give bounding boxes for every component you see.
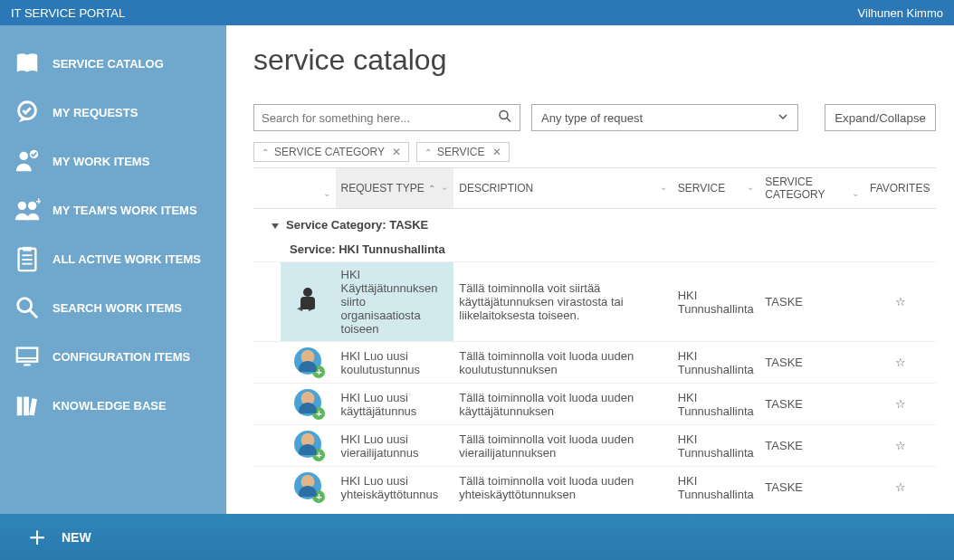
- books-icon: [13, 391, 42, 420]
- svg-line-12: [30, 310, 37, 318]
- monitor-icon: [13, 342, 42, 371]
- svg-point-11: [18, 299, 32, 312]
- group-row-category[interactable]: Service Category: TASKE: [253, 209, 936, 238]
- cell-category: TASKE: [759, 384, 864, 425]
- column-icon[interactable]: ⌄: [281, 168, 335, 209]
- svg-point-1: [20, 152, 28, 160]
- cell-description: Tällä toiminnolla voit luoda uuden yhtei…: [453, 467, 672, 508]
- footer-bar: ＋ NEW: [0, 514, 954, 560]
- cell-request-type: HKI Luo uusi koulutustunnus: [336, 342, 454, 384]
- cell-category: TASKE: [759, 467, 864, 508]
- sidebar-item-label: SERVICE CATALOG: [52, 57, 164, 71]
- sidebar-item-my-team-s-work-items[interactable]: +MY TEAM'S WORK ITEMS: [0, 185, 226, 234]
- group-chip-service-category[interactable]: ⌃SERVICE CATEGORY✕: [253, 142, 409, 162]
- column-request-type[interactable]: REQUEST TYPE⌃⌄: [336, 168, 454, 209]
- user-plus-icon: +: [294, 389, 321, 416]
- svg-rect-18: [29, 398, 37, 415]
- book-icon: [13, 49, 42, 78]
- page-title: service catalog: [253, 43, 936, 77]
- table-row[interactable]: ◄ ►HKI Käyttäjätunnuksen siirto organisa…: [253, 262, 936, 342]
- svg-rect-16: [17, 397, 23, 416]
- group-row-service[interactable]: Service: HKI Tunnushallinta: [253, 237, 936, 262]
- sidebar-item-service-catalog[interactable]: SERVICE CATALOG: [0, 39, 226, 88]
- cell-service: HKI Tunnushallinta: [673, 262, 760, 342]
- favorite-star[interactable]: ☆: [864, 342, 936, 384]
- close-icon[interactable]: ✕: [392, 146, 401, 158]
- svg-rect-17: [24, 397, 29, 416]
- magnifier-icon: [13, 293, 42, 322]
- svg-text:+: +: [35, 196, 41, 206]
- sidebar-item-label: CONFIGURATION ITEMS: [52, 350, 190, 364]
- svg-rect-7: [23, 247, 31, 252]
- cell-request-type: HKI Luo uusi käyttäjätunnus: [336, 384, 454, 425]
- app-title: IT SERVICE PORTAL: [11, 6, 125, 20]
- user-name[interactable]: Vilhunen Kimmo: [858, 6, 943, 20]
- svg-line-20: [507, 119, 510, 122]
- request-type-dropdown-label: Any type of request: [541, 111, 643, 125]
- sidebar-item-label: MY TEAM'S WORK ITEMS: [52, 204, 197, 217]
- clipboard-list-icon: [13, 244, 42, 273]
- new-button[interactable]: NEW: [62, 530, 91, 545]
- cell-request-type: HKI Luo uusi vierailijatunnus: [336, 425, 454, 467]
- sidebar-item-label: KNOWLEDGE BASE: [52, 399, 167, 413]
- sidebar-item-label: MY WORK ITEMS: [52, 155, 149, 168]
- main-content: service catalog Any type of request Expa…: [226, 25, 954, 514]
- expand-collapse-button[interactable]: Expand/Collapse: [825, 104, 936, 131]
- cell-description: Tällä toiminnolla voit luoda uuden viera…: [453, 425, 672, 467]
- sidebar: SERVICE CATALOGMY REQUESTSMY WORK ITEMS+…: [0, 25, 226, 514]
- chip-label: SERVICE: [437, 146, 484, 158]
- group-chip-service[interactable]: ⌃SERVICE✕: [416, 142, 509, 162]
- cell-description: Tällä toiminnolla voit siirtää käyttäjät…: [453, 262, 672, 342]
- cell-category: TASKE: [759, 262, 864, 342]
- close-icon[interactable]: ✕: [492, 146, 501, 158]
- plus-icon[interactable]: ＋: [24, 518, 51, 555]
- check-bubble-icon: [13, 98, 42, 127]
- sidebar-item-all-active-work-items[interactable]: ALL ACTIVE WORK ITEMS: [0, 234, 226, 283]
- cell-request-type: HKI Käyttäjätunnuksen siirto organisaati…: [336, 262, 454, 342]
- favorite-star[interactable]: ☆: [864, 425, 936, 467]
- table-row[interactable]: +HKI Luo uusi yhteiskäyttötunnusTällä to…: [253, 467, 936, 508]
- svg-point-3: [18, 202, 26, 210]
- sidebar-item-my-requests[interactable]: MY REQUESTS: [0, 88, 226, 137]
- request-type-dropdown[interactable]: Any type of request: [531, 104, 798, 131]
- chevron-down-icon: [778, 111, 788, 125]
- team-plus-icon: +: [13, 195, 42, 224]
- user-plus-icon: +: [294, 472, 321, 499]
- app-header: IT SERVICE PORTAL Vilhunen Kimmo: [0, 0, 954, 25]
- search-input[interactable]: [262, 111, 492, 125]
- search-box[interactable]: [253, 104, 520, 131]
- sidebar-item-label: SEARCH WORK ITEMS: [52, 301, 182, 315]
- user-plus-icon: +: [294, 431, 321, 458]
- svg-rect-13: [17, 348, 38, 362]
- chevron-up-icon: ⌃: [425, 147, 432, 157]
- column-service-category[interactable]: SERVICE CATEGORY⌄: [759, 168, 864, 209]
- column-spacer-0: [253, 168, 281, 209]
- table-row[interactable]: +HKI Luo uusi käyttäjätunnusTällä toimin…: [253, 384, 936, 425]
- column-description[interactable]: DESCRIPTION⌄: [453, 168, 672, 209]
- favorite-star[interactable]: ☆: [864, 467, 936, 508]
- sidebar-item-my-work-items[interactable]: MY WORK ITEMS: [0, 137, 226, 185]
- cell-service: HKI Tunnushallinta: [673, 384, 760, 425]
- user-transfer-icon: ◄ ►: [293, 286, 322, 315]
- person-check-icon: [13, 147, 42, 176]
- sidebar-item-search-work-items[interactable]: SEARCH WORK ITEMS: [0, 283, 226, 332]
- favorite-star[interactable]: ☆: [864, 262, 936, 342]
- cell-request-type: HKI Luo uusi yhteiskäyttötunnus: [336, 467, 454, 508]
- sidebar-item-label: MY REQUESTS: [52, 106, 138, 119]
- chevron-up-icon: ⌃: [262, 147, 269, 157]
- search-icon[interactable]: [498, 109, 512, 127]
- svg-point-19: [500, 111, 508, 119]
- column-favorites[interactable]: FAVORITES⌄: [864, 168, 936, 209]
- user-plus-icon: +: [294, 347, 321, 375]
- sidebar-item-knowledge-base[interactable]: KNOWLEDGE BASE: [0, 381, 226, 430]
- table-row[interactable]: +HKI Luo uusi koulutustunnusTällä toimin…: [253, 342, 936, 384]
- cell-description: Tällä toiminnolla voit luoda uuden koulu…: [453, 342, 672, 384]
- column-service[interactable]: SERVICE⌄: [673, 168, 760, 209]
- cell-service: HKI Tunnushallinta: [673, 425, 760, 467]
- cell-description: Tällä toiminnolla voit luoda uuden käytt…: [453, 384, 672, 425]
- chip-label: SERVICE CATEGORY: [274, 146, 385, 158]
- table-row[interactable]: +HKI Luo uusi vierailijatunnusTällä toim…: [253, 425, 936, 467]
- favorite-star[interactable]: ☆: [864, 384, 936, 425]
- sidebar-item-configuration-items[interactable]: CONFIGURATION ITEMS: [0, 332, 226, 381]
- cell-service: HKI Tunnushallinta: [673, 467, 760, 508]
